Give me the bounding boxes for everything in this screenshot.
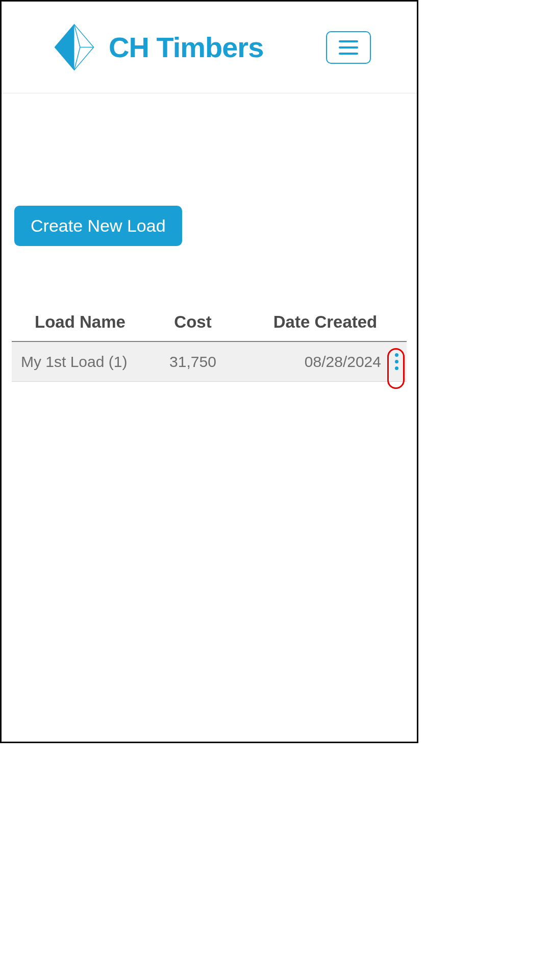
- brand-name: CH Timbers: [109, 31, 263, 64]
- main-content: Create New Load Load Name Cost Date Crea…: [2, 93, 417, 382]
- create-new-load-button[interactable]: Create New Load: [14, 206, 182, 246]
- brand-logo-icon: [50, 23, 98, 71]
- table-row[interactable]: My 1st Load (1) 31,750 08/28/2024: [12, 342, 407, 382]
- cell-load-name: My 1st Load (1): [12, 353, 152, 371]
- cell-cost: 31,750: [152, 353, 234, 371]
- column-header-load-name: Load Name: [12, 312, 152, 332]
- header: CH Timbers: [2, 2, 417, 93]
- column-header-date-created: Date Created: [234, 312, 407, 332]
- brand[interactable]: CH Timbers: [50, 23, 263, 71]
- table-header: Load Name Cost Date Created: [12, 312, 407, 342]
- loads-table: Load Name Cost Date Created My 1st Load …: [12, 312, 407, 382]
- cell-date-created: 08/28/2024: [234, 353, 386, 371]
- hamburger-icon: [339, 40, 358, 55]
- menu-button[interactable]: [326, 31, 371, 64]
- cell-actions: [386, 349, 407, 374]
- row-actions-button[interactable]: [391, 349, 403, 374]
- more-vertical-icon: [395, 353, 398, 357]
- svg-marker-1: [55, 24, 74, 70]
- column-header-cost: Cost: [152, 312, 234, 332]
